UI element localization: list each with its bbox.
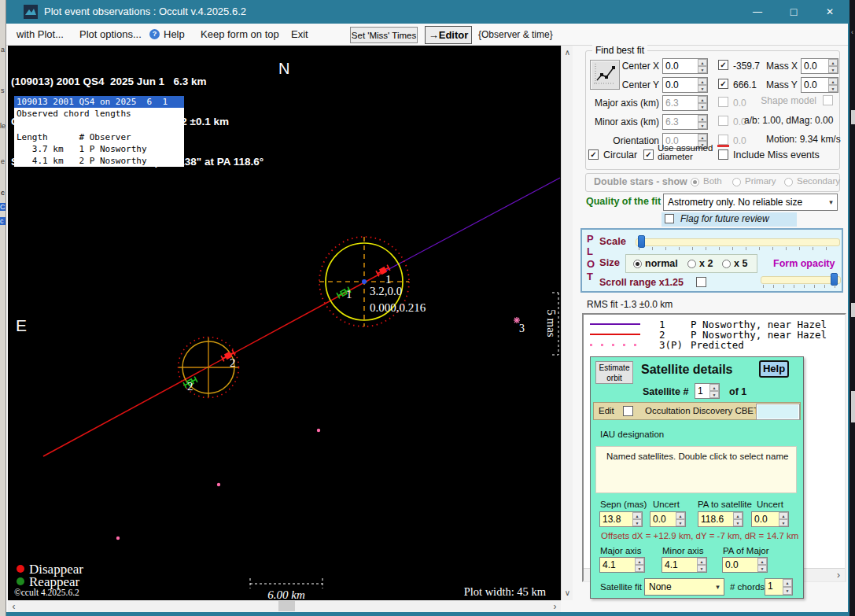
spin-up-icon[interactable]: ▲ xyxy=(698,78,707,85)
scroll-down-button[interactable]: ∨ xyxy=(562,586,573,599)
spinner[interactable]: ▲▼ xyxy=(779,512,788,526)
mass-x-input[interactable]: 0.0▲▼ xyxy=(801,58,838,74)
title-bar[interactable]: Plot event observations : Occult v.4.202… xyxy=(6,0,848,24)
spinner[interactable]: ▲▼ xyxy=(632,512,642,526)
spin-down-icon[interactable]: ▼ xyxy=(779,519,788,526)
spinner[interactable]: ▲▼ xyxy=(828,78,838,92)
spinner[interactable]: ▲▼ xyxy=(676,512,685,526)
plot-horizontal-scrollbar[interactable]: ‹ › xyxy=(8,600,561,612)
circular-checkbox[interactable]: ✓ xyxy=(588,149,599,160)
edit-checkbox[interactable] xyxy=(623,406,633,416)
fit-orientation-checkbox xyxy=(718,135,728,145)
legend-scroll-right-button[interactable]: › xyxy=(832,569,845,581)
size-normal-radio[interactable] xyxy=(633,260,642,268)
plot-vertical-scrollbar[interactable]: ∧ ∨ xyxy=(561,46,573,600)
fit-chart-button[interactable] xyxy=(590,60,620,90)
spinner[interactable]: ▲▼ xyxy=(635,558,644,572)
satellite-fit-dropdown[interactable]: None▾ xyxy=(644,578,724,596)
opacity-slider-thumb[interactable] xyxy=(831,273,838,286)
pa-satellite-input[interactable]: 118.6▲▼ xyxy=(698,511,743,527)
scroll-left-button[interactable]: ‹ xyxy=(8,600,20,612)
spin-down-icon[interactable]: ▼ xyxy=(757,565,767,572)
spin-up-icon[interactable]: ▲ xyxy=(779,512,788,519)
spinner[interactable]: ▲▼ xyxy=(709,384,719,398)
spin-down-icon[interactable]: ▼ xyxy=(828,85,838,92)
spin-up-icon[interactable]: ▲ xyxy=(757,558,767,565)
size-x5-radio[interactable] xyxy=(722,260,731,268)
spin-up-icon[interactable]: ▲ xyxy=(676,512,685,519)
spin-up-icon[interactable]: ▲ xyxy=(632,512,642,519)
menu-exit[interactable]: Exit xyxy=(291,28,308,40)
scroll-right-button[interactable]: › xyxy=(549,600,561,612)
fit-x-checkbox[interactable]: ✓ xyxy=(718,60,728,70)
form-opacity-label: Form opacity xyxy=(773,258,835,269)
editor-button[interactable]: →Editor xyxy=(425,26,472,44)
spin-up-icon[interactable]: ▲ xyxy=(828,59,838,66)
sepn-input[interactable]: 13.8▲▼ xyxy=(599,511,643,527)
fit-y-checkbox[interactable]: ✓ xyxy=(718,79,728,89)
spinner[interactable]: ▲▼ xyxy=(757,558,767,572)
spin-up-icon[interactable]: ▲ xyxy=(697,558,706,565)
opacity-slider-track[interactable] xyxy=(761,276,841,284)
spinner[interactable]: ▲▼ xyxy=(698,78,707,92)
spin-down-icon[interactable]: ▼ xyxy=(635,565,644,572)
chords-count-input[interactable]: 1▲▼ xyxy=(765,578,793,596)
spinner[interactable]: ▲▼ xyxy=(697,558,706,572)
use-assumed-checkbox[interactable]: ✓ xyxy=(643,149,654,160)
spin-down-icon[interactable]: ▼ xyxy=(632,519,642,526)
size-x2-radio[interactable] xyxy=(687,260,696,268)
spin-down-icon[interactable]: ▼ xyxy=(733,519,743,526)
spinner[interactable]: ▲▼ xyxy=(783,579,792,595)
quality-dropdown[interactable]: Astrometry only. No reliable size▾ xyxy=(663,194,838,211)
cbet-input[interactable] xyxy=(757,404,799,419)
scroll-up-button[interactable]: ∧ xyxy=(562,46,573,58)
include-miss-checkbox[interactable] xyxy=(718,149,728,160)
plot-canvas[interactable]: 1 1 2 2 3 3.2,0.0 0.000,0.216 N E 5 mas xyxy=(8,46,561,600)
menu-with-plot[interactable]: with Plot... xyxy=(17,28,64,40)
sat-pa-major-input[interactable]: 0.0▲▼ xyxy=(722,557,768,573)
menu-keep-on-top[interactable]: Keep form on top xyxy=(201,28,279,40)
help-button[interactable]: Help xyxy=(759,360,789,378)
menu-help[interactable]: Help xyxy=(164,28,185,40)
major-axis-input: 6.3▲▼ xyxy=(662,95,708,111)
named-satellites-box[interactable]: Named satellites. Double click to select… xyxy=(595,446,797,493)
spin-up-icon[interactable]: ▲ xyxy=(783,579,792,587)
spin-down-icon[interactable]: ▼ xyxy=(698,66,707,73)
spin-down-icon[interactable]: ▼ xyxy=(676,519,685,526)
scale-slider-thumb[interactable] xyxy=(638,235,645,248)
spin-up-icon[interactable]: ▲ xyxy=(709,384,719,391)
pa-uncert-input[interactable]: 0.0▲▼ xyxy=(751,511,789,527)
center-y-input[interactable]: 0.0▲▼ xyxy=(662,77,708,93)
spinner[interactable]: ▲▼ xyxy=(733,512,743,526)
estimate-orbit-button[interactable]: Estimateorbit xyxy=(595,361,633,384)
center-x-input[interactable]: 0.0▲▼ xyxy=(662,58,708,74)
sepn-uncert-input[interactable]: 0.0▲▼ xyxy=(650,511,686,527)
spin-up-icon[interactable]: ▲ xyxy=(828,78,838,85)
satellite-number-input[interactable]: 1▲▼ xyxy=(695,383,720,399)
minimize-button[interactable]: — xyxy=(739,0,776,24)
spinner[interactable]: ▲▼ xyxy=(698,59,707,73)
menu-plot-options[interactable]: Plot options... xyxy=(79,28,142,40)
scrollbar-thumb[interactable] xyxy=(278,601,295,611)
flag-review-checkbox[interactable] xyxy=(665,214,674,223)
cbet-row: Edit Occultation Discovery CBET xyxy=(593,402,801,420)
close-button[interactable]: ✕ xyxy=(812,0,848,24)
plot-letter-t: T xyxy=(587,271,593,282)
spin-down-icon[interactable]: ▼ xyxy=(698,85,707,92)
sat-minor-input[interactable]: 4.1▲▼ xyxy=(662,557,707,573)
spin-down-icon[interactable]: ▼ xyxy=(709,391,719,398)
spin-down-icon[interactable]: ▼ xyxy=(783,587,792,595)
mass-y-input[interactable]: 0.0▲▼ xyxy=(801,77,838,93)
spin-down-icon[interactable]: ▼ xyxy=(697,565,706,572)
legend-row[interactable]: 3(P) Predicted xyxy=(584,340,845,350)
spin-down-icon[interactable]: ▼ xyxy=(828,66,838,73)
spin-up-icon[interactable]: ▲ xyxy=(698,59,707,66)
set-miss-times-button[interactable]: Set 'Miss' Times xyxy=(350,27,418,43)
spin-up-icon[interactable]: ▲ xyxy=(733,512,743,519)
maximize-button[interactable]: □ xyxy=(776,0,812,24)
spinner[interactable]: ▲▼ xyxy=(828,59,838,73)
sat-major-input[interactable]: 4.1▲▼ xyxy=(599,557,645,573)
spin-up-icon[interactable]: ▲ xyxy=(635,558,644,565)
scale-slider-track[interactable] xyxy=(636,238,840,246)
scroll-range-checkbox[interactable] xyxy=(696,277,706,287)
